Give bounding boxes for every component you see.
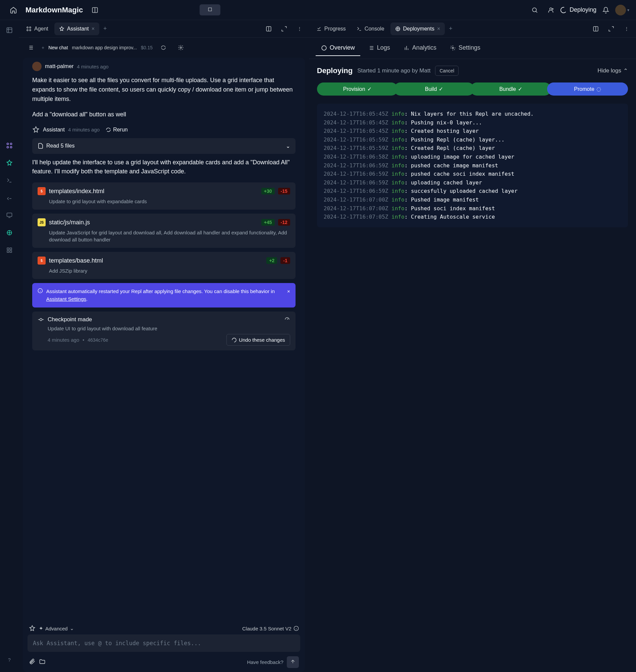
tab-assistant[interactable]: Assistant × bbox=[54, 22, 99, 35]
chat-body: matt-palmer 4 minutes ago Make it easier… bbox=[23, 58, 305, 618]
help-icon[interactable]: ? bbox=[3, 653, 16, 667]
subtab-analytics[interactable]: Analytics bbox=[398, 40, 442, 56]
chevron-down-icon[interactable]: ⌄ bbox=[286, 143, 290, 149]
svg-point-24 bbox=[27, 29, 28, 31]
hide-logs-button[interactable]: Hide logs ⌃ bbox=[597, 67, 628, 75]
gauge-icon[interactable] bbox=[284, 317, 290, 323]
home-icon[interactable] bbox=[7, 3, 20, 17]
sidebar-shell-icon[interactable] bbox=[3, 174, 16, 187]
new-chat-button[interactable]: New chat bbox=[48, 45, 68, 50]
sidebar-console-icon[interactable] bbox=[3, 191, 16, 205]
file-change-card[interactable]: 5 templates/index.html +30 -15 Update to… bbox=[32, 182, 296, 209]
file-description: Update JavaScript for grid layout and do… bbox=[38, 229, 290, 243]
check-icon: ✓ bbox=[367, 86, 372, 92]
invite-icon[interactable] bbox=[544, 3, 557, 17]
chat-cost: $0.15 bbox=[141, 45, 153, 50]
commit-hash: 4634c76e bbox=[87, 337, 108, 343]
bell-icon[interactable] bbox=[599, 3, 613, 17]
send-button[interactable] bbox=[287, 656, 299, 668]
tab-console[interactable]: Console bbox=[352, 22, 389, 35]
undo-button[interactable]: Undo these changes bbox=[226, 334, 290, 346]
tab-deployments[interactable]: Deployments × bbox=[391, 22, 445, 35]
menu-icon[interactable]: ⋮ bbox=[620, 22, 633, 36]
restart-banner: Assistant automatically restarted your R… bbox=[32, 283, 296, 307]
stop-button[interactable] bbox=[200, 4, 220, 16]
subtab-overview[interactable]: Overview bbox=[316, 40, 360, 56]
chevron-up-icon: ⌃ bbox=[623, 67, 628, 75]
timestamp: 4 minutes ago bbox=[77, 64, 108, 69]
svg-point-35 bbox=[40, 319, 42, 321]
expand-icon[interactable] bbox=[277, 22, 291, 36]
deploying-status[interactable]: Deploying bbox=[560, 6, 596, 14]
log-line: 2024-12-17T16:07:05Z info: Creating Auto… bbox=[324, 212, 621, 221]
diff-additions: +45 bbox=[261, 219, 275, 226]
stage-provision: Provision ✓ bbox=[317, 82, 398, 96]
chat-input[interactable] bbox=[27, 634, 300, 652]
sidebar-files-icon[interactable] bbox=[3, 23, 16, 37]
chat-title: markdown app design improv... bbox=[72, 45, 137, 50]
info-icon bbox=[294, 626, 299, 631]
svg-line-4 bbox=[536, 11, 537, 13]
info-icon bbox=[38, 288, 43, 294]
svg-rect-2 bbox=[208, 8, 211, 11]
folder-icon[interactable] bbox=[39, 658, 46, 666]
settings-icon[interactable] bbox=[174, 41, 187, 54]
menu-icon[interactable]: ⋮ bbox=[293, 22, 306, 36]
log-line: 2024-12-17T16:06:59Z info: pushed cache … bbox=[324, 161, 621, 170]
tab-agent[interactable]: Agent bbox=[21, 22, 53, 35]
sidebar-assistant-icon[interactable] bbox=[3, 156, 16, 170]
spinner-icon: ◌ bbox=[596, 86, 601, 92]
add-tab-button[interactable]: + bbox=[446, 22, 455, 35]
expand-icon[interactable] bbox=[604, 22, 618, 36]
sidebar-deploy-icon[interactable] bbox=[3, 226, 16, 240]
attachment-icon[interactable] bbox=[29, 658, 36, 666]
advanced-toggle[interactable]: ✦ Advanced ⌄ bbox=[39, 625, 74, 631]
diff-deletions: -12 bbox=[278, 219, 290, 226]
add-tab-button[interactable]: + bbox=[101, 22, 110, 35]
assistant-icon bbox=[32, 126, 40, 134]
deploy-stages: Provision ✓ Build ✓ Bundle ✓ Promote ◌ bbox=[317, 82, 628, 96]
assistant-settings-link[interactable]: Assistant Settings bbox=[46, 296, 86, 302]
feedback-link[interactable]: Have feedback? bbox=[247, 659, 283, 665]
chat-input-area: ✦ Advanced ⌄ Claude 3.5 Sonnet V2 bbox=[23, 618, 305, 672]
svg-point-10 bbox=[11, 143, 12, 145]
diff-deletions: -1 bbox=[280, 257, 290, 264]
svg-rect-21 bbox=[10, 251, 12, 252]
assistant-intro: I'll help update the interface to use a … bbox=[32, 158, 296, 177]
user-avatar[interactable] bbox=[615, 5, 626, 16]
log-line: 2024-12-17T16:06:59Z info: uploading cac… bbox=[324, 178, 621, 187]
svg-line-38 bbox=[287, 319, 288, 320]
file-icon bbox=[38, 143, 44, 149]
read-files-card[interactable]: Read 5 files ⌄ bbox=[32, 138, 296, 154]
close-icon[interactable]: × bbox=[437, 26, 440, 32]
svg-point-22 bbox=[27, 27, 28, 28]
diff-additions: +2 bbox=[266, 257, 277, 264]
close-icon[interactable]: × bbox=[92, 26, 95, 32]
model-badge[interactable]: Claude 3.5 Sonnet V2 bbox=[242, 626, 299, 631]
subtab-settings[interactable]: Settings bbox=[444, 40, 486, 56]
list-icon[interactable] bbox=[24, 41, 38, 54]
layout-icon[interactable] bbox=[88, 3, 102, 17]
checkpoint-card: Checkpoint made Update UI to grid layout… bbox=[32, 311, 296, 350]
rerun-button[interactable]: Rerun bbox=[106, 127, 128, 133]
refresh-icon[interactable] bbox=[157, 41, 170, 54]
tab-progress[interactable]: Progress bbox=[312, 22, 351, 35]
file-change-card[interactable]: 5 templates/base.html +2 -1 Add JSZip li… bbox=[32, 252, 296, 279]
close-icon[interactable]: × bbox=[287, 288, 290, 296]
chevron-down-icon[interactable]: ▾ bbox=[627, 8, 629, 13]
cancel-button[interactable]: Cancel bbox=[435, 66, 459, 76]
sidebar-agent-icon[interactable] bbox=[3, 139, 16, 152]
split-icon[interactable] bbox=[262, 22, 275, 36]
check-icon: ✓ bbox=[518, 86, 522, 92]
sidebar-desktop-icon[interactable] bbox=[3, 208, 16, 222]
log-line: 2024-12-17T16:05:45Z info: Created hosti… bbox=[324, 127, 621, 136]
sidebar-apps-icon[interactable] bbox=[3, 243, 16, 257]
file-name: templates/index.html bbox=[49, 188, 258, 195]
split-icon[interactable] bbox=[589, 22, 602, 36]
deploy-subtitle: Started 1 minute ago by Matt bbox=[357, 67, 430, 74]
search-icon[interactable] bbox=[528, 3, 541, 17]
log-line: 2024-12-17T16:07:00Z info: Pushed image … bbox=[324, 196, 621, 204]
file-change-card[interactable]: JS static/js/main.js +45 -12 Update Java… bbox=[32, 213, 296, 248]
subtab-logs[interactable]: Logs bbox=[363, 40, 396, 56]
timestamp: 4 minutes ago bbox=[68, 127, 100, 133]
